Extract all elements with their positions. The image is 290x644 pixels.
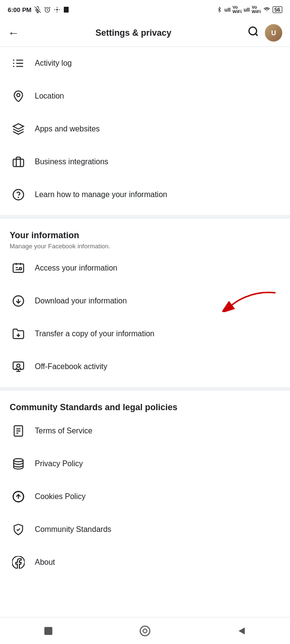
community-standards-label: Community Standards — [35, 525, 111, 534]
svg-point-4 — [56, 9, 58, 11]
menu-item-access-info[interactable]: Access your information — [0, 252, 290, 285]
activity-log-label: Activity log — [35, 59, 72, 68]
location-label: Location — [35, 92, 64, 100]
svg-point-21 — [13, 189, 24, 200]
activity-log-icon — [10, 55, 27, 72]
business-integrations-icon — [10, 153, 27, 171]
status-bar: 6:00 PM ull VoWiFi ull VoWiFi 56 — [0, 0, 290, 19]
svg-rect-26 — [19, 268, 21, 270]
your-information-subtitle: Manage your Facebook information. — [10, 243, 280, 250]
mute-icon — [34, 6, 41, 13]
menu-item-apps-websites[interactable]: Apps and websites — [0, 113, 290, 145]
menu-item-location[interactable]: Location — [0, 80, 290, 113]
terms-service-icon — [10, 422, 27, 440]
menu-item-business-integrations[interactable]: Business integrations — [0, 145, 290, 178]
legal-policies-section-header: Community Standards and legal policies — [0, 395, 290, 415]
cookies-policy-label: Cookies Policy — [35, 492, 86, 501]
legal-policies-title: Community Standards and legal policies — [10, 402, 280, 413]
svg-line-12 — [256, 34, 258, 36]
red-arrow-indicator — [222, 288, 280, 314]
navigation-bar — [0, 617, 290, 644]
learn-manage-icon — [10, 186, 27, 203]
menu-item-off-facebook[interactable]: Off-Facebook activity — [0, 350, 290, 383]
access-info-label: Access your information — [35, 264, 117, 272]
svg-rect-23 — [13, 264, 24, 272]
svg-point-33 — [17, 364, 20, 368]
menu-item-community-standards[interactable]: Community Standards — [0, 513, 290, 546]
privacy-policy-icon — [10, 455, 27, 472]
about-label: About — [35, 558, 55, 567]
menu-item-activity-log[interactable]: Activity log — [0, 47, 290, 80]
nav-home-button[interactable] — [139, 625, 151, 637]
apps-websites-icon — [10, 120, 27, 138]
transfer-info-icon — [10, 325, 27, 343]
your-information-title: Your information — [10, 230, 280, 241]
download-info-icon — [10, 292, 27, 310]
bluetooth-icon — [217, 6, 222, 14]
nav-circle-icon — [139, 625, 151, 637]
user-avatar[interactable]: U — [265, 24, 282, 42]
crosshair-icon — [54, 6, 60, 13]
menu-item-cookies-policy[interactable]: Cookies Policy — [0, 480, 290, 513]
back-button[interactable]: ← — [8, 26, 19, 40]
menu-item-download-info[interactable]: Download your information — [0, 285, 290, 317]
cookies-policy-icon — [10, 488, 27, 505]
wifi-icon — [263, 6, 271, 13]
svg-rect-20 — [13, 159, 24, 167]
location-icon — [10, 87, 27, 105]
signal-2: ull — [244, 7, 250, 13]
transfer-info-label: Transfer a copy of your information — [35, 329, 155, 338]
svg-point-44 — [143, 629, 147, 633]
main-content: Activity log Location Apps and websites … — [0, 47, 290, 613]
section-divider-1 — [0, 215, 290, 219]
svg-marker-45 — [239, 627, 245, 634]
business-integrations-label: Business integrations — [35, 157, 108, 166]
nav-square-icon — [43, 626, 54, 636]
menu-item-learn-manage[interactable]: Learn how to manage your information — [0, 178, 290, 211]
about-facebook-icon — [10, 554, 27, 571]
svg-point-38 — [14, 458, 23, 462]
nav-triangle-icon — [236, 626, 247, 636]
privacy-policy-label: Privacy Policy — [35, 459, 83, 468]
community-standards-icon — [10, 521, 27, 538]
alarm-icon — [44, 6, 51, 13]
section-divider-2 — [0, 387, 290, 391]
svg-rect-42 — [44, 627, 52, 635]
download-info-label: Download your information — [35, 297, 127, 305]
svg-point-11 — [249, 27, 257, 35]
menu-item-terms-service[interactable]: Terms of Service — [0, 415, 290, 447]
svg-rect-9 — [64, 7, 69, 13]
menu-item-transfer-info[interactable]: Transfer a copy of your information — [0, 317, 290, 350]
svg-point-43 — [140, 626, 150, 636]
learn-manage-label: Learn how to manage your information — [35, 190, 167, 199]
search-icon — [247, 26, 259, 37]
menu-item-about[interactable]: About — [0, 546, 290, 579]
access-info-icon — [10, 259, 27, 277]
app-header: ← Settings & privacy U — [0, 19, 290, 47]
signal-1: ull — [224, 7, 231, 13]
header-actions: U — [247, 24, 282, 42]
your-information-section-header: Your information Manage your Facebook in… — [0, 223, 290, 252]
search-button[interactable] — [247, 26, 259, 40]
apps-websites-label: Apps and websites — [35, 125, 100, 133]
svg-point-19 — [17, 94, 20, 97]
nav-back-button[interactable] — [236, 626, 247, 636]
vo-wifi-1: VoWiFi — [232, 5, 242, 14]
status-indicators: ull VoWiFi ull VoWiFi 56 — [217, 5, 282, 14]
off-facebook-label: Off-Facebook activity — [35, 362, 107, 371]
vo-wifi-2: VoWiFi — [252, 5, 261, 14]
svg-rect-30 — [13, 362, 24, 369]
battery-indicator: 56 — [273, 6, 282, 13]
time-display: 6:00 PM — [8, 6, 31, 14]
off-facebook-icon — [10, 358, 27, 375]
menu-item-privacy-policy[interactable]: Privacy Policy — [0, 447, 290, 480]
status-time: 6:00 PM — [8, 6, 69, 14]
header-title: Settings & privacy — [95, 28, 171, 38]
nav-square-button[interactable] — [43, 626, 54, 636]
terms-service-label: Terms of Service — [35, 427, 92, 435]
square-icon — [63, 6, 69, 13]
